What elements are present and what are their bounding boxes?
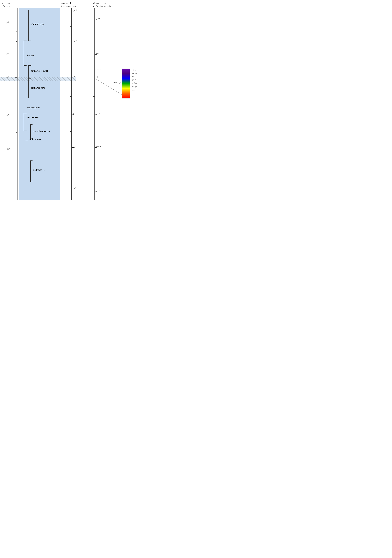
energy-label-10: 1010 bbox=[96, 18, 100, 21]
energy-label-n10: 10−10 bbox=[96, 146, 101, 148]
wave-label-n5: 10−5 bbox=[73, 75, 77, 78]
radio-line bbox=[26, 140, 28, 140]
freq-tick-1 bbox=[15, 189, 17, 189]
freq-minor-tick bbox=[16, 13, 17, 13]
uv-bracket-v bbox=[28, 65, 29, 78]
freq-tick-20 bbox=[15, 54, 17, 54]
freq-tick-10 bbox=[15, 115, 17, 115]
energy-label-n5: 10−5 bbox=[96, 113, 100, 116]
freq-minor-tick-6 bbox=[16, 96, 17, 96]
freq-label-20: 1020 bbox=[6, 52, 9, 55]
wave-label-n10: 10−10 bbox=[73, 40, 77, 43]
energy-minor-4 bbox=[93, 131, 95, 131]
freq-minor-tick-3 bbox=[16, 41, 17, 42]
tv-bracket-v bbox=[30, 124, 31, 139]
wave-label-n15: 10−15 bbox=[73, 9, 77, 12]
frequency-axis bbox=[17, 8, 17, 200]
wave-label-5: 105 bbox=[73, 146, 76, 148]
wave-minor-tick-4 bbox=[70, 131, 72, 131]
micro-bracket-top bbox=[24, 113, 26, 113]
gamma-rays-label: gamma rays bbox=[31, 23, 44, 26]
xrays-label: X-rays bbox=[27, 54, 34, 57]
wavelength-header: wavelength λ (in centimetres) bbox=[61, 2, 77, 8]
diagram-container: frequency ν (in hertz) wavelength λ (in … bbox=[0, 0, 138, 204]
elf-bracket-bot bbox=[30, 182, 33, 182]
xray-bracket-top bbox=[24, 41, 26, 41]
wave-minor-tick-3 bbox=[70, 96, 72, 96]
color-indigo: indigo bbox=[132, 72, 137, 75]
radio-label: radio waves bbox=[28, 138, 41, 141]
spectrum-gradient bbox=[122, 69, 130, 98]
wave-label-10: 1010 bbox=[73, 187, 77, 190]
radar-label: radar waves bbox=[27, 106, 40, 109]
uv-bracket-top bbox=[28, 65, 31, 66]
freq-minor-tick-7 bbox=[16, 132, 17, 133]
wave-minor-tick-2 bbox=[70, 60, 72, 60]
color-blue: blue bbox=[132, 75, 137, 78]
color-labels: violet indigo blue green yellow orange r… bbox=[132, 68, 137, 92]
color-green: green bbox=[132, 78, 137, 82]
energy-label-5: 105 bbox=[96, 52, 99, 55]
ir-bracket-bot bbox=[28, 98, 31, 98]
visible-light-hatch bbox=[0, 77, 76, 81]
freq-label-25: 1025 bbox=[6, 21, 9, 24]
freq-label-15: 1015 bbox=[6, 76, 9, 79]
freq-label-10: 1010 bbox=[6, 114, 9, 117]
energy-label-n15: 10−15 bbox=[96, 190, 101, 193]
wave-label-1: 1 bbox=[73, 113, 74, 115]
freq-label-1: 1 bbox=[9, 187, 10, 190]
micro-bracket-bot bbox=[24, 131, 26, 131]
wave-minor-tick-5 bbox=[70, 168, 72, 168]
freq-tick-25 bbox=[15, 23, 17, 23]
wavelength-axis bbox=[71, 8, 72, 200]
energy-minor-3 bbox=[93, 96, 95, 96]
energy-minor-1 bbox=[93, 37, 95, 37]
wave-minor-tick-1 bbox=[70, 26, 72, 26]
elf-label: ELF waves bbox=[33, 168, 44, 171]
tv-bracket-top bbox=[30, 124, 33, 125]
radar-line bbox=[24, 108, 26, 108]
visible-light-label: visible light bbox=[112, 82, 121, 84]
freq-minor-tick-4 bbox=[16, 66, 17, 66]
ir-bracket-v bbox=[28, 79, 29, 98]
television-label: television waves bbox=[33, 130, 50, 133]
freq-tick-15 bbox=[15, 78, 17, 78]
freq-minor-tick-8 bbox=[16, 169, 17, 169]
freq-label-5: 105 bbox=[7, 147, 10, 150]
xray-bracket-bot bbox=[24, 65, 26, 66]
color-violet: violet bbox=[132, 68, 137, 72]
color-yellow: yellow bbox=[132, 82, 137, 85]
ir-bracket-top bbox=[28, 79, 31, 79]
energy-label-n1: −1 bbox=[96, 76, 98, 78]
gamma-bracket-top bbox=[28, 10, 31, 10]
energy-header: photon energy hν (in electron volts) bbox=[93, 2, 111, 8]
color-red: red bbox=[132, 88, 137, 92]
energy-minor-5 bbox=[93, 169, 95, 169]
freq-tick-5 bbox=[15, 149, 17, 149]
infrared-label: infrared rays bbox=[31, 86, 45, 89]
spectrum-box bbox=[122, 69, 130, 98]
gamma-bracket-v bbox=[28, 10, 29, 41]
frequency-header: frequency ν (in hertz) bbox=[1, 2, 11, 8]
ultraviolet-label: ultraviolet light bbox=[31, 70, 48, 72]
elf-bracket-top bbox=[30, 160, 33, 161]
microwaves-label: microwaves bbox=[27, 116, 39, 119]
energy-minor-2 bbox=[93, 66, 95, 66]
gamma-bracket-bot bbox=[28, 41, 31, 41]
freq-minor-tick-5 bbox=[16, 73, 17, 73]
micro-bracket-v bbox=[24, 113, 24, 131]
xray-bracket-v bbox=[24, 41, 24, 65]
elf-bracket-v bbox=[30, 160, 31, 182]
color-orange: orange bbox=[132, 85, 137, 88]
freq-minor-tick-2 bbox=[16, 32, 17, 32]
